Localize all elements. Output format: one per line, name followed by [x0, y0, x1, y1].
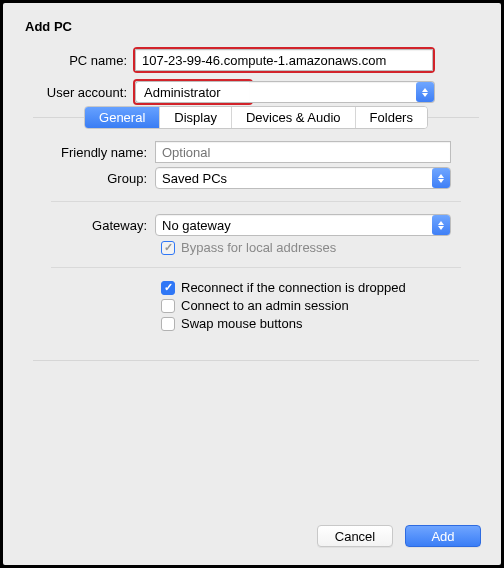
settings-panel: General Display Devices & Audio Folders … — [33, 117, 479, 361]
tab-bar: General Display Devices & Audio Folders — [84, 106, 428, 129]
dialog-footer: Cancel Add — [317, 525, 481, 547]
tab-devices-audio[interactable]: Devices & Audio — [232, 107, 356, 128]
user-account-row: User account: Administrator — [3, 81, 501, 103]
admin-session-label: Connect to an admin session — [181, 298, 349, 313]
bypass-checkbox — [161, 241, 175, 255]
tab-display[interactable]: Display — [160, 107, 232, 128]
bypass-row: Bypass for local addresses — [161, 240, 479, 255]
admin-session-row: Connect to an admin session — [161, 298, 479, 313]
reconnect-label: Reconnect if the connection is dropped — [181, 280, 406, 295]
divider — [51, 267, 461, 268]
chevron-updown-icon — [432, 168, 450, 188]
reconnect-checkbox[interactable] — [161, 281, 175, 295]
add-pc-dialog: Add PC PC name: User account: Administra… — [3, 3, 501, 565]
divider — [51, 201, 461, 202]
swap-mouse-checkbox[interactable] — [161, 317, 175, 331]
group-select[interactable]: Saved PCs — [155, 167, 451, 189]
tab-general[interactable]: General — [85, 107, 160, 128]
user-account-select[interactable] — [249, 81, 435, 103]
group-label: Group: — [33, 171, 155, 186]
pc-name-input[interactable] — [135, 49, 433, 71]
user-account-value: Administrator — [135, 81, 251, 103]
gateway-select[interactable]: No gateway — [155, 214, 451, 236]
chevron-updown-icon — [416, 82, 434, 102]
swap-mouse-label: Swap mouse buttons — [181, 316, 302, 331]
user-account-highlight: Administrator — [135, 81, 251, 103]
gateway-row: Gateway: No gateway — [33, 214, 479, 236]
swap-mouse-row: Swap mouse buttons — [161, 316, 479, 331]
group-value: Saved PCs — [162, 171, 227, 186]
add-button[interactable]: Add — [405, 525, 481, 547]
pc-name-row: PC name: — [3, 49, 501, 71]
pc-name-highlight — [135, 49, 433, 71]
group-row: Group: Saved PCs — [33, 167, 479, 189]
gateway-value: No gateway — [162, 218, 231, 233]
tab-folders[interactable]: Folders — [356, 107, 427, 128]
dialog-title: Add PC — [3, 3, 501, 46]
cancel-button[interactable]: Cancel — [317, 525, 393, 547]
reconnect-row: Reconnect if the connection is dropped — [161, 280, 479, 295]
gateway-label: Gateway: — [33, 218, 155, 233]
friendly-name-label: Friendly name: — [33, 145, 155, 160]
friendly-name-input[interactable] — [155, 141, 451, 163]
chevron-updown-icon — [432, 215, 450, 235]
admin-session-checkbox[interactable] — [161, 299, 175, 313]
bypass-label: Bypass for local addresses — [181, 240, 336, 255]
friendly-name-row: Friendly name: — [33, 141, 479, 163]
user-account-label: User account: — [3, 85, 135, 100]
pc-name-label: PC name: — [3, 53, 135, 68]
